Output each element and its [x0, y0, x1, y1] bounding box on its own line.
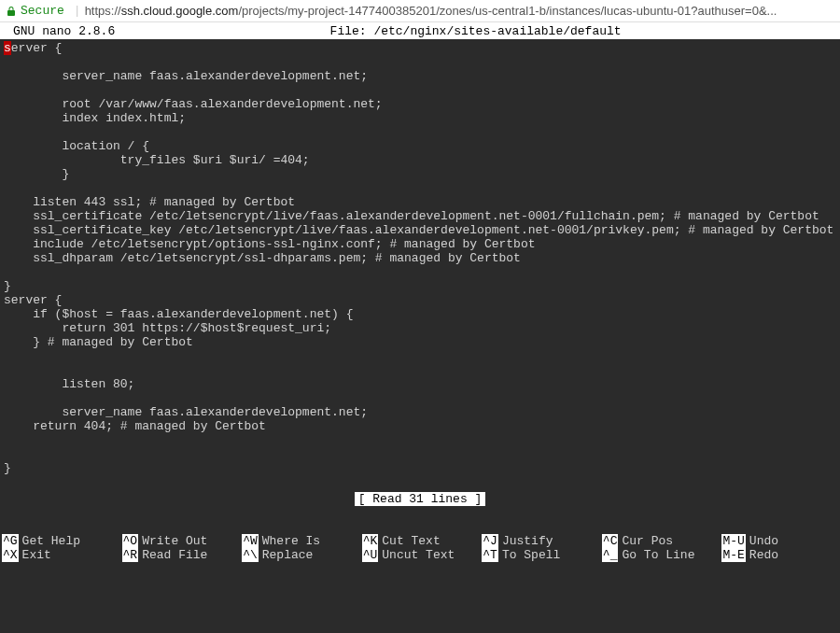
nano-status-text: [ Read 31 lines ] [355, 492, 486, 506]
shortcut-key: ^W [242, 534, 259, 548]
shortcut-uncut-text: ^UUncut Text [360, 548, 481, 562]
line1-rest: erver { [11, 41, 63, 55]
url-text[interactable]: https://ssh.cloud.google.com/projects/my… [85, 4, 834, 18]
shortcut-undo: M-UUndo [720, 534, 840, 548]
shortcut-label: Where Is [262, 534, 320, 548]
nano-status-line: [ Read 31 lines ] [0, 492, 840, 506]
shortcut-key: ^R [122, 548, 139, 562]
editor-body: server_name faas.alexanderdevelopment.ne… [4, 69, 833, 475]
shortcut-write-out: ^OWrite Out [120, 534, 241, 548]
shortcut-key: ^G [2, 534, 19, 548]
url-path: /projects/my-project-1477400385201/zones… [238, 4, 777, 18]
shortcut-label: Get Help [22, 534, 80, 548]
shortcut-label: Undo [749, 534, 778, 548]
shortcut-label: To Spell [502, 548, 560, 562]
secure-indicator: Secure [6, 4, 64, 18]
nano-version: GNU nano 2.8.6 [4, 24, 115, 38]
shortcut-go-to-line: ^_Go To Line [600, 548, 721, 562]
nano-file-label: File: /etc/nginx/sites-available/default [115, 24, 836, 38]
address-separator: | [74, 4, 81, 18]
shortcut-cur-pos: ^CCur Pos [600, 534, 721, 548]
secure-label: Secure [21, 4, 64, 18]
nano-shortcuts: ^GGet Help ^OWrite Out ^WWhere Is ^KCut … [0, 534, 840, 564]
shortcut-cut-text: ^KCut Text [360, 534, 481, 548]
lock-icon [6, 6, 17, 17]
shortcut-label: Exit [22, 548, 51, 562]
shortcut-label: Go To Line [622, 548, 694, 562]
shortcut-key: ^U [362, 548, 379, 562]
shortcut-exit: ^XExit [0, 548, 120, 562]
cursor: s [4, 41, 11, 55]
shortcut-label: Read File [142, 548, 207, 562]
shortcut-label: Cur Pos [622, 534, 673, 548]
shortcut-label: Replace [262, 548, 314, 562]
nano-header: GNU nano 2.8.6 File: /etc/nginx/sites-av… [0, 22, 840, 39]
shortcut-key: ^T [482, 548, 498, 562]
shortcut-key: ^C [602, 534, 619, 548]
url-prefix: https:// [85, 4, 121, 18]
shortcut-key: ^_ [602, 548, 619, 562]
shortcut-label: Justify [502, 534, 553, 548]
terminal-editor[interactable]: server { server_name faas.alexanderdevel… [0, 39, 840, 592]
nano-bottom: [ Read 31 lines ] ^GGet Help ^OWrite Out… [0, 464, 840, 592]
shortcut-key: ^X [2, 548, 19, 562]
shortcut-key: ^O [122, 534, 139, 548]
shortcut-justify: ^JJustify [480, 534, 600, 548]
shortcut-get-help: ^GGet Help [0, 534, 120, 548]
shortcut-label: Cut Text [382, 534, 440, 548]
shortcut-to-spell: ^TTo Spell [480, 548, 600, 562]
shortcut-replace: ^\Replace [240, 548, 360, 562]
shortcut-key: M-E [721, 548, 745, 562]
browser-address-bar[interactable]: Secure | https://ssh.cloud.google.com/pr… [0, 0, 840, 22]
shortcut-redo: M-ERedo [720, 548, 840, 562]
shortcut-label: Write Out [142, 534, 207, 548]
shortcut-label: Uncut Text [382, 548, 455, 562]
shortcut-label: Redo [749, 548, 778, 562]
shortcut-key: ^K [362, 534, 379, 548]
shortcut-read-file: ^RRead File [120, 548, 241, 562]
url-host: ssh.cloud.google.com [121, 4, 239, 18]
shortcut-key: ^\ [242, 548, 259, 562]
shortcut-key: M-U [721, 534, 745, 548]
shortcut-key: ^J [482, 534, 498, 548]
shortcut-where-is: ^WWhere Is [240, 534, 360, 548]
